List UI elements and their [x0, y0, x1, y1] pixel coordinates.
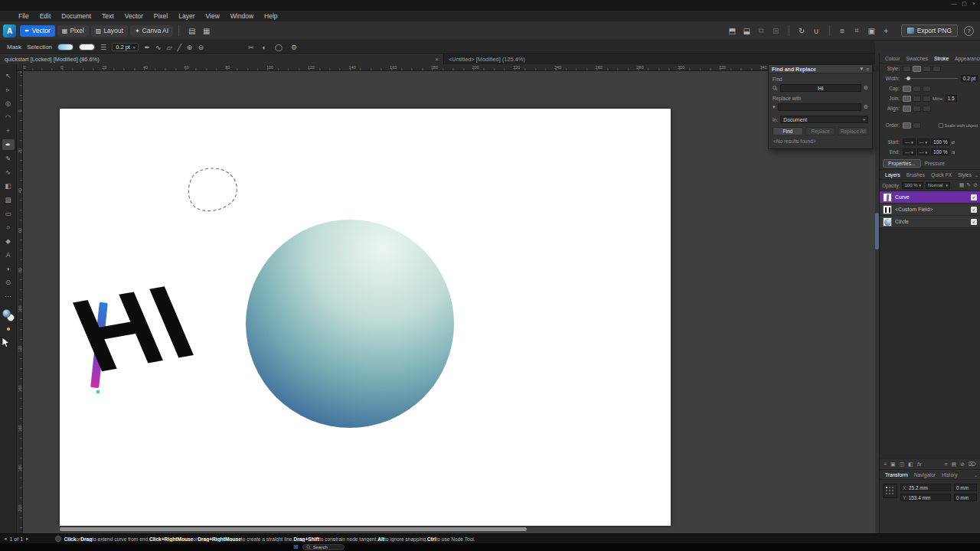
close-icon[interactable]: × [435, 56, 439, 63]
tab-colour[interactable]: Colour [882, 56, 903, 61]
properties-button[interactable]: Properties... [883, 159, 921, 168]
add-layer-icon[interactable]: + [884, 461, 887, 467]
edit-all-layers-icon[interactable]: ✎ [966, 182, 971, 188]
transform-tool[interactable]: + [2, 126, 15, 136]
hide-layer-icon[interactable]: ⊘ [960, 461, 965, 468]
layer-visibility-checkbox[interactable]: ✓ [971, 194, 977, 201]
menu-document[interactable]: Document [56, 11, 96, 21]
stroke-style-none-button[interactable] [903, 66, 911, 72]
menu-layer[interactable]: Layer [173, 11, 200, 21]
grid-icon[interactable]: ⌗ [850, 24, 864, 37]
cap-butt-button[interactable] [903, 86, 911, 92]
cap-square-button[interactable] [923, 86, 931, 92]
tab-styles[interactable]: Styles [955, 172, 975, 178]
opacity-select[interactable]: 100 %▾ [902, 182, 923, 189]
fx-icon[interactable]: fx [917, 461, 921, 467]
scope-select[interactable]: Document ▾ [780, 116, 868, 123]
taskbar-app-23[interactable] [668, 544, 674, 550]
help-button[interactable]: ? [964, 26, 974, 36]
end-size-select[interactable]: —▾ [917, 148, 930, 155]
layer-visibility-checkbox[interactable]: ✓ [971, 219, 977, 225]
transform-h-field[interactable]: 0 mm [954, 494, 977, 501]
vector-brush-tool[interactable]: ∿ [2, 167, 15, 178]
rotate-icon[interactable]: ↻ [795, 24, 809, 37]
tab-layers[interactable]: Layers [882, 172, 903, 178]
menu-pixel[interactable]: Pixel [149, 11, 173, 21]
snapping-icon[interactable]: ∪ [809, 24, 824, 37]
pencil-tool[interactable]: ✎ [2, 153, 15, 164]
taskbar-app-16[interactable] [571, 544, 577, 550]
insert-target-icon[interactable]: + [879, 24, 893, 37]
maximize-button[interactable]: ▢ [962, 1, 967, 7]
canvas-viewport[interactable]: HI [23, 71, 875, 533]
export-png-button[interactable]: Export PNG [901, 24, 958, 37]
pen-tool[interactable]: ✒ [2, 139, 15, 150]
text-tool[interactable]: A [2, 249, 15, 260]
persona-canva-ai[interactable]: ✦Canva AI [130, 25, 173, 37]
horizontal-scrollbar-handle[interactable] [60, 527, 527, 531]
stroke-style-dash-button[interactable] [923, 66, 931, 72]
minimize-button[interactable]: — [951, 1, 956, 7]
adjustment-icon[interactable]: ◧ [908, 461, 913, 468]
chevron-down-icon[interactable]: ⌄ [974, 472, 978, 478]
taskbar-app-7[interactable] [447, 544, 453, 550]
taskbar-app-4[interactable] [406, 544, 412, 550]
menu-window[interactable]: Window [225, 11, 259, 21]
order-front-button[interactable] [903, 122, 911, 129]
join-bevel-button[interactable] [923, 96, 931, 102]
find-button[interactable]: Find [773, 127, 803, 135]
blend-mode-select[interactable]: Normal▾ [926, 182, 950, 189]
end-scale-field[interactable]: 100 % [931, 148, 949, 155]
taskbar-app-14[interactable] [544, 544, 550, 550]
delete-layer-icon[interactable]: ⌦ [969, 461, 976, 468]
tab-transform[interactable]: Transform [882, 472, 911, 478]
taskbar-app-20[interactable] [626, 544, 632, 550]
persona-layout[interactable]: ▥Layout [91, 25, 128, 37]
resize-document-icon[interactable]: ▦ [199, 24, 214, 37]
canvas-text-object[interactable]: HI [60, 272, 207, 386]
join-round-button[interactable] [913, 96, 921, 102]
taskbar-app-12[interactable] [516, 544, 522, 550]
start-scale-field[interactable]: 100 % [931, 139, 949, 145]
mitre-field[interactable]: 1.5 [946, 95, 957, 102]
ellipse-tool[interactable]: ○ [2, 222, 15, 233]
stroke-style-brush-button[interactable] [933, 66, 941, 72]
taskbar-app-1[interactable] [364, 544, 371, 550]
stroke-width-select[interactable]: 0.2 pt ▾ [112, 43, 139, 51]
layer-options-icon[interactable]: ≡ [945, 461, 948, 467]
add-node-icon[interactable]: ⊕ [187, 44, 193, 51]
fill-swatch[interactable] [57, 44, 74, 51]
taskbar-app-18[interactable] [599, 544, 605, 550]
tab-brushes[interactable]: Brushes [903, 172, 928, 178]
taskbar-app-6[interactable] [433, 544, 439, 550]
stroke-toggle-icon[interactable]: ◯ [275, 44, 283, 51]
taskbar-app-17[interactable] [585, 544, 591, 550]
order-back-icon[interactable]: ⬓ [740, 24, 754, 37]
curve-node-handle[interactable] [96, 390, 100, 393]
persona-pixel[interactable]: ▦Pixel [57, 25, 89, 37]
close-button[interactable]: × [972, 1, 975, 7]
polygon-mode-icon[interactable]: ▱ [167, 44, 172, 51]
replace-all-button[interactable]: Replace All [838, 127, 868, 135]
ruler-horizontal[interactable]: -200204060801001201401601802002202402602… [23, 64, 875, 71]
lock-icon[interactable]: ⊘ [973, 182, 978, 188]
corner-tool[interactable]: ◠ [2, 112, 15, 122]
more-tools[interactable]: ⋯ [2, 291, 15, 302]
order-front-icon[interactable]: ⬒ [725, 24, 740, 37]
stroke-style-solid-button[interactable] [913, 66, 921, 72]
chevron-down-icon[interactable]: ▾ [860, 66, 863, 72]
scale-with-object-checkbox[interactable] [939, 123, 943, 128]
menu-view[interactable]: View [201, 11, 225, 21]
taskbar-app-15[interactable] [557, 544, 564, 550]
order-behind-button[interactable] [913, 122, 921, 129]
taskbar-app-21[interactable] [640, 544, 646, 550]
zoom-tool[interactable]: ⊙ [2, 277, 15, 288]
layer-row[interactable]: Circle✓ [880, 216, 980, 228]
menu-edit[interactable]: Edit [34, 11, 57, 21]
rectangle-tool[interactable]: ▭ [2, 208, 15, 219]
end-arrow-select[interactable]: —▾ [903, 148, 916, 155]
mask-layer-icon[interactable]: ◫ [900, 461, 905, 468]
stroke-swatch[interactable] [79, 44, 95, 51]
horizontal-scrollbar[interactable] [23, 527, 875, 531]
color-picker-tool[interactable]: ◗ [2, 263, 15, 274]
